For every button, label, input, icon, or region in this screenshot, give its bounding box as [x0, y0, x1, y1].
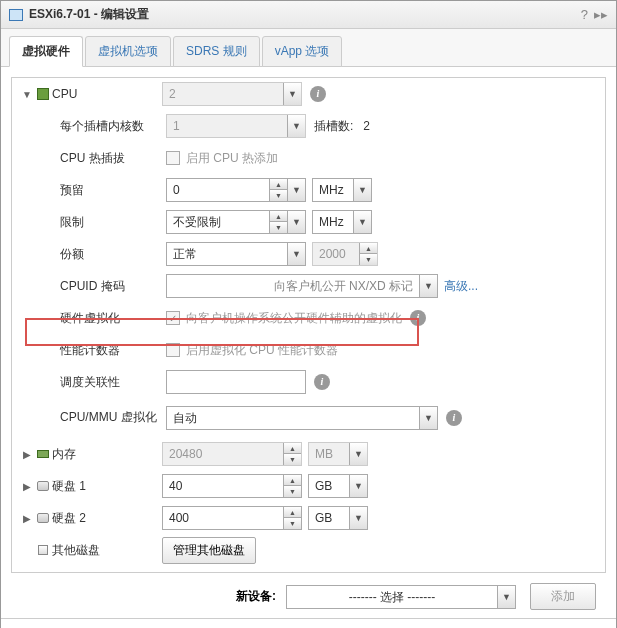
- content-area: ▼ CPU 2▼ i 每个插槽内核数 1▼ 插槽数:2 CPU 热插拔 启用 C…: [1, 67, 616, 575]
- disk1-row: ▶ 硬盘 1 40▲▼ GB▼: [12, 470, 605, 502]
- chevron-down-icon[interactable]: ▼: [287, 179, 305, 201]
- window-icon: [9, 9, 23, 21]
- info-icon[interactable]: i: [446, 410, 462, 426]
- expand-icon[interactable]: ▶: [20, 449, 34, 460]
- disk-icon: [37, 481, 49, 491]
- spin-up-icon[interactable]: ▲: [270, 211, 287, 222]
- disk-icon: [38, 545, 48, 555]
- tab-virtual-hardware[interactable]: 虚拟硬件: [9, 36, 83, 67]
- new-device-select[interactable]: ------- 选择 -------▼: [286, 585, 516, 609]
- tab-vm-options[interactable]: 虚拟机选项: [85, 36, 171, 67]
- spin-down-icon[interactable]: ▼: [270, 190, 287, 201]
- memory-unit-select[interactable]: MB▼: [308, 442, 368, 466]
- perf-chk-label: 启用虚拟化 CPU 性能计数器: [186, 342, 338, 359]
- chevron-down-icon[interactable]: ▼: [419, 407, 437, 429]
- chevron-down-icon[interactable]: ▼: [497, 586, 515, 608]
- chevron-down-icon[interactable]: ▼: [349, 507, 367, 529]
- spin-up-icon[interactable]: ▲: [284, 443, 301, 454]
- perf-label: 性能计数器: [56, 342, 166, 359]
- disk2-label: 硬盘 2: [52, 510, 162, 527]
- limit-input[interactable]: 不受限制▲▼▼: [166, 210, 306, 234]
- spin-down-icon[interactable]: ▼: [284, 486, 301, 497]
- spin-up-icon: ▲: [360, 243, 377, 254]
- add-device-button[interactable]: 添加: [530, 583, 596, 610]
- hotplug-row: CPU 热插拔 启用 CPU 热添加: [12, 142, 605, 174]
- hotplug-label: CPU 热插拔: [56, 150, 166, 167]
- disk2-row: ▶ 硬盘 2 400▲▼ GB▼: [12, 502, 605, 534]
- tab-bar: 虚拟硬件 虚拟机选项 SDRS 规则 vApp 选项: [1, 29, 616, 67]
- chevron-down-icon[interactable]: ▼: [353, 179, 371, 201]
- disk1-unit-select[interactable]: GB▼: [308, 474, 368, 498]
- info-icon[interactable]: i: [410, 310, 426, 326]
- sched-row: 调度关联性 i: [12, 366, 605, 398]
- expand-icon[interactable]: ▸▸: [594, 7, 608, 22]
- help-icon[interactable]: ?: [581, 7, 588, 22]
- chevron-down-icon[interactable]: ▼: [283, 83, 301, 105]
- spin-up-icon[interactable]: ▲: [284, 507, 301, 518]
- mmu-row: CPU/MMU 虚拟化 自动▼ i: [12, 398, 605, 438]
- shares-select[interactable]: 正常▼: [166, 242, 306, 266]
- info-icon[interactable]: i: [310, 86, 326, 102]
- perf-checkbox[interactable]: [166, 343, 180, 357]
- cpuid-advanced-link[interactable]: 高级...: [444, 278, 478, 295]
- chevron-down-icon[interactable]: ▼: [287, 211, 305, 233]
- sockets-label: 插槽数:2: [314, 118, 370, 135]
- shares-num-input: 2000▲▼: [312, 242, 378, 266]
- spin-up-icon[interactable]: ▲: [284, 475, 301, 486]
- chevron-down-icon[interactable]: ▼: [353, 211, 371, 233]
- cores-select[interactable]: 1▼: [166, 114, 306, 138]
- sched-input[interactable]: [166, 370, 306, 394]
- collapse-icon[interactable]: ▼: [20, 89, 34, 100]
- spin-down-icon[interactable]: ▼: [284, 518, 301, 529]
- chevron-down-icon[interactable]: ▼: [419, 275, 437, 297]
- spin-up-icon[interactable]: ▲: [270, 179, 287, 190]
- scsi0-row: ▶ SCSI 控制器 0 VMware 准虚拟: [12, 566, 605, 573]
- spin-down-icon: ▼: [360, 254, 377, 265]
- other-disks-row: 其他磁盘 管理其他磁盘: [12, 534, 605, 566]
- limit-unit-select[interactable]: MHz▼: [312, 210, 372, 234]
- expand-icon[interactable]: ▶: [20, 481, 34, 492]
- hotplug-checkbox[interactable]: [166, 151, 180, 165]
- memory-icon: [37, 450, 49, 458]
- reserve-label: 预留: [56, 182, 166, 199]
- disk2-unit-select[interactable]: GB▼: [308, 506, 368, 530]
- manage-other-disks-button[interactable]: 管理其他磁盘: [162, 537, 256, 564]
- disk1-label: 硬盘 1: [52, 478, 162, 495]
- cpu-count-select[interactable]: 2▼: [162, 82, 302, 106]
- other-disks-label: 其他磁盘: [52, 542, 162, 559]
- hwvirt-checkbox[interactable]: ✓: [166, 311, 180, 325]
- cpuid-label: CPUID 掩码: [56, 278, 166, 295]
- memory-input[interactable]: 20480▲▼: [162, 442, 302, 466]
- chevron-down-icon[interactable]: ▼: [349, 475, 367, 497]
- mmu-select[interactable]: 自动▼: [166, 406, 438, 430]
- cores-row: 每个插槽内核数 1▼ 插槽数:2: [12, 110, 605, 142]
- chevron-down-icon[interactable]: ▼: [349, 443, 367, 465]
- cores-label: 每个插槽内核数: [56, 118, 166, 135]
- edit-settings-dialog: ESXi6.7-01 - 编辑设置 ? ▸▸ 虚拟硬件 虚拟机选项 SDRS 规…: [0, 0, 617, 628]
- mmu-label: CPU/MMU 虚拟化: [56, 410, 166, 426]
- reserve-unit-select[interactable]: MHz▼: [312, 178, 372, 202]
- chevron-down-icon[interactable]: ▼: [287, 243, 305, 265]
- sched-label: 调度关联性: [56, 374, 166, 391]
- memory-row: ▶ 内存 20480▲▼ MB▼: [12, 438, 605, 470]
- chevron-down-icon[interactable]: ▼: [287, 115, 305, 137]
- tab-sdrs-rules[interactable]: SDRS 规则: [173, 36, 260, 67]
- limit-row: 限制 不受限制▲▼▼ MHz▼: [12, 206, 605, 238]
- tab-vapp-options[interactable]: vApp 选项: [262, 36, 343, 67]
- new-device-label: 新设备:: [236, 588, 276, 605]
- disk1-input[interactable]: 40▲▼: [162, 474, 302, 498]
- spin-down-icon[interactable]: ▼: [270, 222, 287, 233]
- cpuid-select[interactable]: 向客户机公开 NX/XD 标记▼: [166, 274, 438, 298]
- window-title: ESXi6.7-01 - 编辑设置: [29, 6, 575, 23]
- disk2-input[interactable]: 400▲▼: [162, 506, 302, 530]
- spin-down-icon[interactable]: ▼: [284, 454, 301, 465]
- info-icon[interactable]: i: [314, 374, 330, 390]
- hardware-panel: ▼ CPU 2▼ i 每个插槽内核数 1▼ 插槽数:2 CPU 热插拔 启用 C…: [11, 77, 606, 573]
- hwvirt-row: 硬件虚拟化 ✓ 向客户机操作系统公开硬件辅助的虚拟化 i: [12, 302, 605, 334]
- reserve-input[interactable]: 0▲▼▼: [166, 178, 306, 202]
- expand-icon[interactable]: ▶: [20, 513, 34, 524]
- shares-row: 份额 正常▼ 2000▲▼: [12, 238, 605, 270]
- hwvirt-label: 硬件虚拟化: [56, 310, 166, 327]
- hwvirt-chk-label: 向客户机操作系统公开硬件辅助的虚拟化: [186, 310, 402, 327]
- footer: 兼容性: ESXi 6.5 及更高版本 (虚拟机版本 13) 确定 取消: [1, 618, 616, 628]
